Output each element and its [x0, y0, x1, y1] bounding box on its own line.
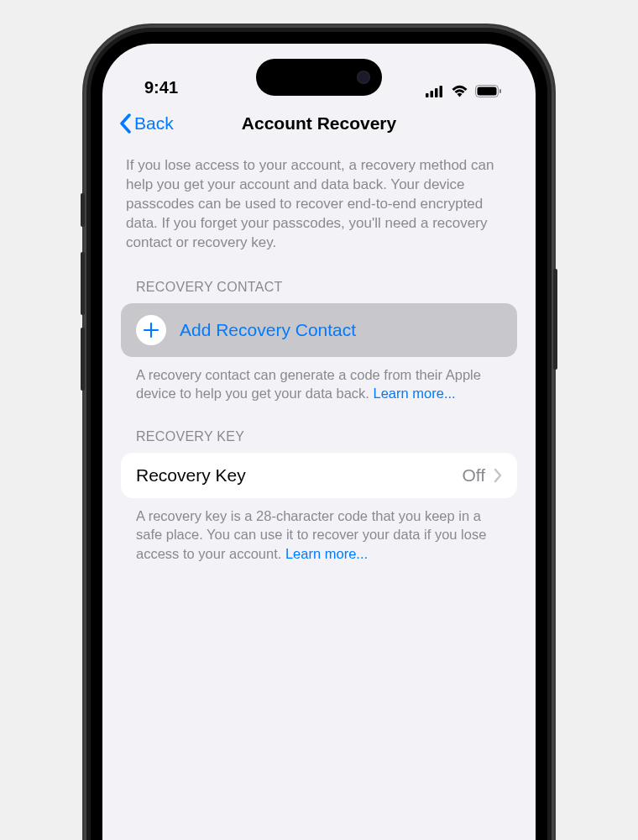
svg-rect-2: [435, 88, 438, 97]
svg-rect-0: [426, 93, 429, 97]
recovery-contact-group: Add Recovery Contact: [121, 303, 517, 357]
recovery-key-value: Off: [462, 465, 485, 486]
side-button: [553, 269, 557, 370]
recovery-key-label: Recovery Key: [136, 465, 462, 486]
recovery-contact-header: RECOVERY CONTACT: [121, 280, 517, 295]
status-time: 9:41: [144, 78, 178, 97]
svg-rect-5: [478, 87, 497, 96]
recovery-key-cell[interactable]: Recovery Key Off: [121, 453, 517, 498]
recovery-key-learn-more-link[interactable]: Learn more...: [285, 546, 368, 561]
recovery-contact-footer: A recovery contact can generate a code f…: [121, 357, 517, 403]
recovery-key-header: RECOVERY KEY: [121, 429, 517, 444]
chevron-right-icon: [494, 468, 502, 483]
chevron-left-icon: [119, 113, 132, 134]
cellular-signal-icon: [426, 86, 444, 97]
svg-rect-3: [440, 86, 443, 97]
back-label: Back: [134, 113, 174, 134]
phone-bezel: 9:41: [91, 32, 547, 840]
add-recovery-contact-cell[interactable]: Add Recovery Contact: [121, 303, 517, 357]
content-area: If you lose access to your account, a re…: [102, 144, 536, 563]
recovery-contact-learn-more-link[interactable]: Learn more...: [374, 386, 456, 401]
volume-up-button: [81, 252, 85, 315]
volume-down-button: [81, 328, 85, 391]
back-button[interactable]: Back: [119, 113, 174, 134]
screen: 9:41: [102, 44, 536, 840]
wifi-icon: [451, 85, 468, 97]
navigation-bar: Back Account Recovery: [102, 102, 536, 144]
battery-icon: [475, 85, 502, 97]
status-icons: [426, 85, 502, 97]
intro-text: If you lose access to your account, a re…: [121, 156, 517, 253]
phone-frame: 9:41: [84, 25, 554, 840]
recovery-key-footer: A recovery key is a 28-character code th…: [121, 498, 517, 563]
svg-rect-6: [499, 89, 501, 93]
page-title: Account Recovery: [242, 113, 396, 134]
front-camera: [357, 71, 370, 84]
dynamic-island: [256, 59, 382, 96]
recovery-key-group: Recovery Key Off: [121, 453, 517, 498]
svg-rect-1: [431, 91, 434, 97]
silent-switch: [81, 193, 85, 227]
plus-circle-icon: [136, 315, 166, 345]
add-recovery-contact-label: Add Recovery Contact: [180, 320, 502, 340]
